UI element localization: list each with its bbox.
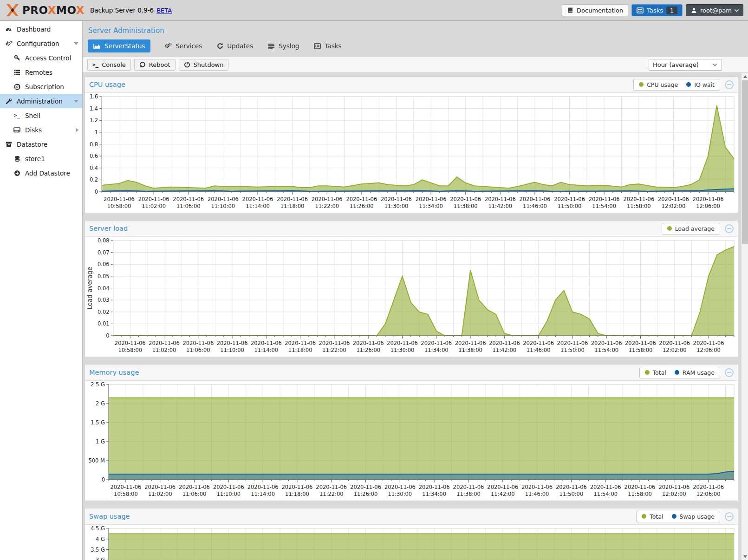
legend-dot xyxy=(642,514,646,519)
user-icon xyxy=(691,7,697,13)
status-toolbar: >_ Console Reboot xyxy=(83,57,748,73)
svg-text:0.01: 0.01 xyxy=(98,320,110,327)
sidebar-item-remotes[interactable]: Remotes xyxy=(0,65,82,79)
top-header-bar: PROXMOX Backup Server 0.9-6 BETA Documen… xyxy=(0,0,748,21)
shutdown-button[interactable]: Shutdown xyxy=(179,59,229,71)
tab-serverstatus[interactable]: ServerStatus xyxy=(88,39,150,52)
svg-text:2020-11-0612:06:00: 2020-11-0612:06:00 xyxy=(693,484,724,497)
chart-title: Server load xyxy=(89,225,128,232)
collapse-minus-icon[interactable] xyxy=(725,368,734,377)
sidebar-item-disks[interactable]: Disks xyxy=(0,123,82,137)
panel-swap-usage: Swap usage Total Swap usage 0500 M1 G1.5… xyxy=(85,508,738,560)
brand-text: PROXMOX xyxy=(22,4,85,16)
cpu-usage-chart[interactable]: 00.20.40.60.811.21.41.62020-11-0610:58:0… xyxy=(85,93,738,213)
legend-item[interactable]: CPU usage xyxy=(639,81,678,88)
key-icon xyxy=(13,55,21,61)
sidebar-item-administration[interactable]: Administration xyxy=(0,94,82,108)
svg-text:2020-11-0611:22:00: 2020-11-0611:22:00 xyxy=(319,340,350,353)
svg-text:2020-11-0611:34:00: 2020-11-0611:34:00 xyxy=(419,484,450,497)
panel-server-load: Server load Load average 00.010.020.030.… xyxy=(85,220,738,357)
svg-text:2020-11-0611:26:00: 2020-11-0611:26:00 xyxy=(353,340,384,353)
sidebar-item-store1[interactable]: store1 xyxy=(0,151,82,166)
svg-text:2 G: 2 G xyxy=(96,400,105,407)
beta-link[interactable]: BETA xyxy=(156,7,172,14)
svg-text:0.08: 0.08 xyxy=(98,237,110,244)
tab-tasks[interactable]: Tasks xyxy=(313,40,342,52)
svg-text:2020-11-0611:26:00: 2020-11-0611:26:00 xyxy=(346,196,377,209)
reboot-button[interactable]: Reboot xyxy=(134,59,176,71)
tab-syslog[interactable]: Syslog xyxy=(267,40,300,52)
sidebar-item-add-datastore[interactable]: Add Datastore xyxy=(0,166,82,180)
svg-text:2020-11-0611:34:00: 2020-11-0611:34:00 xyxy=(421,340,452,353)
vertical-scrollbar[interactable] xyxy=(741,73,748,560)
scrollbar-thumb[interactable] xyxy=(742,80,748,244)
proxmox-x-icon xyxy=(5,3,20,17)
server-load-chart[interactable]: 00.010.020.030.040.050.060.070.082020-11… xyxy=(85,237,738,357)
chart-legend: CPU usage IO wait xyxy=(633,79,720,91)
list-lines-icon xyxy=(268,43,275,49)
tasks-count-badge: 1 xyxy=(666,7,677,14)
memory-usage-chart[interactable]: 0500 M1 G1.5 G2 G2.5 G2020-11-0610:58:00… xyxy=(85,381,738,501)
legend-dot xyxy=(639,82,644,87)
tab-updates[interactable]: Updates xyxy=(216,40,254,52)
task-list-icon xyxy=(314,43,321,49)
terminal-icon: >_ xyxy=(13,112,21,118)
svg-text:0.05: 0.05 xyxy=(98,273,110,280)
console-button[interactable]: >_ Console xyxy=(87,59,131,71)
svg-text:2020-11-0611:22:00: 2020-11-0611:22:00 xyxy=(312,196,343,209)
sidebar-item-access-control[interactable]: Access Control xyxy=(0,51,82,65)
swap-usage-chart[interactable]: 0500 M1 G1.5 G2 G2.5 G3 G3.5 G4 G4.5 G20… xyxy=(85,525,738,560)
collapse-minus-icon[interactable] xyxy=(725,80,734,89)
legend-item[interactable]: Total xyxy=(645,369,666,376)
svg-text:2020-11-0611:42:00: 2020-11-0611:42:00 xyxy=(487,484,518,497)
wrench-icon xyxy=(5,98,13,104)
svg-text:1.4: 1.4 xyxy=(90,105,98,112)
svg-text:0: 0 xyxy=(106,332,109,339)
svg-text:2020-11-0610:58:00: 2020-11-0610:58:00 xyxy=(104,196,135,209)
server-list-icon xyxy=(13,69,21,76)
tab-services[interactable]: Services xyxy=(163,40,203,52)
sidebar-item-configuration[interactable]: Configuration xyxy=(0,36,82,51)
svg-text:2020-11-0611:46:00: 2020-11-0611:46:00 xyxy=(520,196,551,209)
plus-circle-icon xyxy=(13,170,21,176)
scroll-up-arrow-icon[interactable] xyxy=(741,73,748,80)
collapse-minus-icon[interactable] xyxy=(725,512,734,521)
svg-text:2020-11-0611:54:00: 2020-11-0611:54:00 xyxy=(590,484,621,497)
legend-item[interactable]: Load average xyxy=(667,225,715,232)
sidebar-item-datastore[interactable]: Datastore xyxy=(0,137,82,151)
sidebar-item-dashboard[interactable]: Dashboard xyxy=(0,22,82,36)
chart-title: Swap usage xyxy=(89,513,130,520)
svg-text:1.6: 1.6 xyxy=(90,93,98,100)
gears-icon xyxy=(5,40,13,47)
archive-box-icon xyxy=(5,141,13,148)
documentation-button[interactable]: Documentation xyxy=(562,4,628,16)
svg-text:2020-11-0611:42:00: 2020-11-0611:42:00 xyxy=(489,340,520,353)
svg-text:2020-11-0610:58:00: 2020-11-0610:58:00 xyxy=(110,484,141,497)
scroll-down-arrow-icon[interactable] xyxy=(741,553,748,560)
svg-text:0.6: 0.6 xyxy=(90,153,98,159)
proxmox-logo: PROXMOX xyxy=(5,3,85,17)
chart-title: Memory usage xyxy=(89,369,139,376)
sidebar-item-shell[interactable]: >_ Shell xyxy=(0,108,82,123)
user-menu-button[interactable]: root@pam xyxy=(686,4,743,16)
svg-text:4 G: 4 G xyxy=(96,536,105,542)
legend-item[interactable]: Swap usage xyxy=(672,513,715,520)
collapse-minus-icon[interactable] xyxy=(725,224,734,233)
svg-text:2020-11-0611:30:00: 2020-11-0611:30:00 xyxy=(387,340,418,353)
svg-text:2020-11-0611:06:00: 2020-11-0611:06:00 xyxy=(182,340,214,353)
chart-legend: Total Swap usage xyxy=(636,511,720,522)
legend-item[interactable]: IO wait xyxy=(686,81,715,88)
svg-text:2020-11-0611:50:00: 2020-11-0611:50:00 xyxy=(554,196,585,209)
legend-item[interactable]: RAM usage xyxy=(675,369,715,376)
svg-text:2020-11-0611:54:00: 2020-11-0611:54:00 xyxy=(589,196,620,209)
tasks-button[interactable]: Tasks 1 xyxy=(631,4,683,16)
product-version: Backup Server 0.9-6 xyxy=(90,7,154,14)
time-range-select[interactable]: Hour (average) xyxy=(649,59,722,71)
svg-text:2020-11-0611:14:00: 2020-11-0611:14:00 xyxy=(242,196,273,209)
svg-text:2020-11-0611:18:00: 2020-11-0611:18:00 xyxy=(282,484,313,497)
expand-chevron-icon xyxy=(76,128,78,132)
legend-item[interactable]: Total xyxy=(642,513,663,520)
sidebar-item-subscription[interactable]: Subscription xyxy=(0,79,82,94)
panel-cpu-usage: CPU usage CPU usage IO wait 00.20.40.60.… xyxy=(85,76,738,213)
svg-text:2020-11-0611:14:00: 2020-11-0611:14:00 xyxy=(251,340,282,353)
